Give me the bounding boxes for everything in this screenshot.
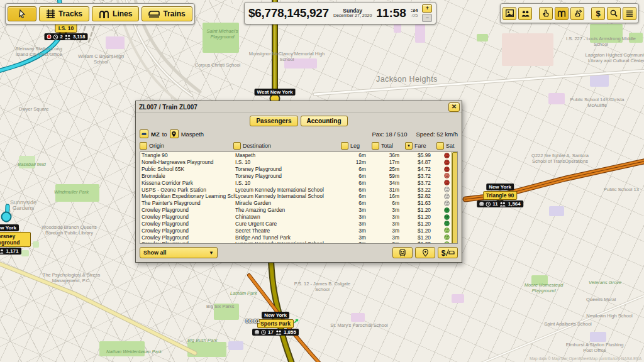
faretrain-icon: $ bbox=[441, 249, 455, 256]
line-icon[interactable] bbox=[140, 129, 148, 138]
svg-text:$: $ bbox=[596, 9, 601, 18]
utc-offset-label: -05 bbox=[411, 13, 418, 18]
broadcast-button[interactable] bbox=[570, 7, 584, 20]
sort-toggle[interactable] bbox=[436, 142, 444, 150]
clock-display: 11:58 bbox=[376, 6, 406, 20]
speed-up-button[interactable]: + bbox=[422, 4, 432, 13]
sort-toggle[interactable] bbox=[372, 142, 379, 150]
destination-cell: Miracle Garden bbox=[235, 200, 343, 206]
station-name-label[interactable]: Triangle 90 bbox=[483, 191, 517, 200]
column-label: Sat bbox=[446, 143, 455, 149]
photo-button[interactable] bbox=[502, 7, 516, 20]
trains-button-label: Trains bbox=[163, 9, 185, 18]
overlay-toolbar: $ bbox=[500, 3, 639, 23]
passenger-row[interactable]: The Painter's Playground Miracle Garden … bbox=[140, 200, 457, 207]
total-cell: 6m bbox=[374, 200, 407, 206]
column-header-fare[interactable]: ▼ Fare bbox=[405, 142, 436, 150]
column-label: Origin bbox=[149, 143, 164, 149]
train-view-button[interactable] bbox=[392, 247, 413, 258]
menu-button[interactable] bbox=[623, 7, 636, 20]
search-button[interactable] bbox=[607, 7, 621, 20]
fare-cell: $4.87 bbox=[407, 159, 438, 165]
dialog-titlebar[interactable]: ZL007 / Train ZL007 ✕ bbox=[136, 101, 462, 112]
total-cell: 25m bbox=[374, 166, 407, 172]
column-header-sat[interactable]: Sat bbox=[436, 142, 458, 150]
passenger-row[interactable]: Crowley Playground Lyceum Kennedy Intern… bbox=[140, 241, 457, 244]
passenger-row[interactable]: Norelli-Hargreaves Playground I.S. 10 12… bbox=[140, 159, 457, 166]
sort-toggle[interactable]: ▼ bbox=[405, 142, 413, 150]
column-header-destination[interactable]: Destination bbox=[233, 142, 341, 150]
passenger-row[interactable]: USPS - Ozone Park Station Lyceum Kennedy… bbox=[140, 186, 457, 193]
station-triangle-90[interactable]: New York Triangle 90 11 1,564 bbox=[477, 184, 523, 207]
torsney-playground-circle[interactable] bbox=[1, 212, 12, 222]
landuse-patch bbox=[415, 24, 425, 43]
passengers-button[interactable] bbox=[518, 7, 532, 20]
sort-toggle[interactable] bbox=[233, 142, 241, 150]
passenger-row[interactable]: Crowley Playground Secret Theatre 3m 3m … bbox=[140, 227, 457, 234]
map-label: Corpus Christi School bbox=[180, 63, 255, 69]
station-sports-park[interactable]: New York Sports Park 00:01 ↗ 17 1,855 bbox=[252, 312, 299, 336]
passenger-row[interactable]: Public School 65K Torsney Playground 6m … bbox=[140, 166, 457, 173]
finances-button[interactable]: $ bbox=[591, 7, 605, 20]
total-cell: 59m bbox=[374, 173, 407, 179]
scrollbar-thumb[interactable] bbox=[452, 152, 458, 244]
destination-pin-icon[interactable] bbox=[170, 129, 179, 138]
column-header-leg[interactable]: Leg bbox=[341, 142, 372, 150]
destination-cell: Torsney Playground bbox=[235, 173, 343, 179]
origin-cell: Metropolitan Expeditionary Learning Scho… bbox=[142, 193, 235, 199]
lines-icon bbox=[99, 10, 109, 18]
passenger-row[interactable]: Bronxdale Torsney Playground 6m 59m $3.7… bbox=[140, 173, 457, 180]
column-header-total[interactable]: Total bbox=[372, 142, 405, 150]
landuse-patch bbox=[187, 342, 226, 357]
passenger-row[interactable]: Triangle 90 Maspeth 6m 36m $5.99 bbox=[140, 152, 457, 159]
tab-passengers[interactable]: Passengers bbox=[250, 116, 297, 126]
station-name-label[interactable]: Torsney Playground bbox=[0, 232, 31, 247]
table-scrollbar[interactable] bbox=[452, 152, 457, 243]
passenger-row[interactable]: Kissena Corridor Park I.S. 10 6m 34m $3.… bbox=[140, 179, 457, 186]
map-label: Jackson Heights bbox=[376, 77, 438, 82]
map-label: Public School 13 bbox=[604, 187, 639, 193]
people-icon bbox=[275, 330, 282, 335]
column-label: Destination bbox=[243, 143, 271, 149]
tracks-button[interactable]: Tracks bbox=[39, 6, 89, 21]
sort-toggle[interactable] bbox=[341, 142, 348, 150]
station-name-label[interactable]: I.S. 10 bbox=[55, 24, 77, 33]
station-city-label[interactable]: West New York bbox=[255, 89, 296, 96]
station-city-label[interactable]: New York bbox=[262, 312, 289, 319]
station-west-new-york[interactable]: West New York bbox=[255, 89, 296, 96]
map-label: Public School 149 Christa McAuliffe bbox=[567, 97, 627, 108]
total-cell: 17m bbox=[374, 159, 407, 165]
tab-accounting[interactable]: Accounting bbox=[301, 116, 348, 126]
column-header-origin[interactable]: Origin bbox=[140, 142, 233, 150]
cursor-tool-button[interactable] bbox=[8, 6, 36, 21]
trains-button[interactable]: Trains bbox=[142, 6, 192, 21]
close-button[interactable]: ✕ bbox=[448, 102, 460, 112]
station-city-label[interactable]: New York bbox=[486, 184, 514, 190]
grab-button[interactable] bbox=[539, 7, 553, 20]
passenger-row[interactable]: Crowley Playground Bridge And Tunnel Par… bbox=[140, 234, 457, 241]
passenger-row[interactable]: Metropolitan Expeditionary Learning Scho… bbox=[140, 193, 457, 200]
total-cell: 3m bbox=[374, 221, 407, 227]
landuse-patch bbox=[351, 313, 365, 322]
speed-down-button[interactable]: − bbox=[422, 14, 432, 22]
sort-toggle[interactable] bbox=[140, 142, 147, 150]
passenger-row[interactable]: Crowley Playground Chinatown 3m 3m $1.20 bbox=[140, 214, 457, 221]
lines-overlay-button[interactable] bbox=[555, 7, 569, 20]
origin-cell: USPS - Ozone Park Station bbox=[142, 187, 235, 193]
station-name-label[interactable]: Sports Park 00:01 ↗ bbox=[257, 319, 294, 328]
passenger-filter-select[interactable]: Show all ▼ bbox=[140, 247, 218, 258]
train-count: 11 bbox=[492, 201, 497, 207]
fare-cell: $1.20 bbox=[407, 234, 438, 241]
lines-button[interactable]: Lines bbox=[92, 6, 139, 21]
train-icon bbox=[148, 10, 160, 18]
signal-icon bbox=[574, 9, 582, 17]
locate-train-button[interactable] bbox=[415, 247, 435, 258]
map-label: Elmhurst A Station Flushing Post Office bbox=[565, 343, 625, 353]
line-finances-button[interactable]: $ bbox=[438, 247, 458, 258]
passenger-row[interactable]: Crowley Playground Cure Urgent Care 3m 3… bbox=[140, 220, 457, 227]
station-city-label[interactable]: New York bbox=[0, 224, 19, 231]
leg-cell: 6m bbox=[343, 152, 374, 158]
landuse-patch bbox=[502, 33, 553, 66]
landuse-patch bbox=[228, 341, 243, 350]
passenger-row[interactable]: Crowley Playground The Amazing Garden 3m… bbox=[140, 207, 457, 214]
